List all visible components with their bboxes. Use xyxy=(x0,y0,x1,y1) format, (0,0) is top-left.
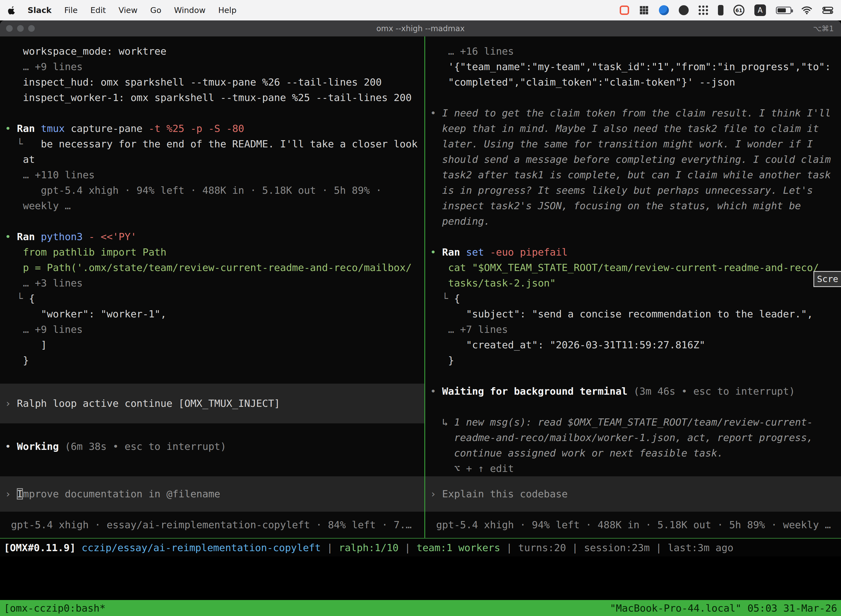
text-segment: └ xyxy=(5,293,29,304)
screenshot-notification-overlay[interactable]: Scre xyxy=(813,271,841,287)
menu-item-window[interactable]: Window xyxy=(174,6,205,15)
text-segment: | xyxy=(650,542,668,553)
launchpad-icon[interactable] xyxy=(699,6,708,15)
menu-item-view[interactable]: View xyxy=(119,6,138,15)
terminal-line: } xyxy=(0,353,424,368)
text-segment: Ran xyxy=(17,123,41,134)
text-segment: cat "$OMX_TEAM_STATE_ROOT/team/review-cu… xyxy=(430,262,819,273)
ran-python-line: • Ran python3 - <<'PY' xyxy=(0,229,424,245)
terminal-blank-line xyxy=(0,106,424,121)
composer-input[interactable]: › Explain this codebase xyxy=(425,476,841,512)
apple-menu-icon[interactable] xyxy=(8,6,16,15)
text-segment: at xyxy=(5,154,35,165)
text-segment: › xyxy=(5,398,17,409)
terminal-line: pending. xyxy=(425,214,841,229)
text-segment: "completed","claim_token":"claim-token"}… xyxy=(430,76,735,88)
text-segment: p = Path('.omx/state/team/review-current… xyxy=(5,262,412,273)
right-terminal-pane[interactable]: … +16 lines '{"team_name":"my-team","tas… xyxy=(425,37,841,538)
terminal-line: workspace_mode: worktree xyxy=(0,44,424,59)
text-segment: [OMX#0.11.9] xyxy=(4,542,82,553)
text-segment: • xyxy=(5,441,17,452)
spacer xyxy=(0,512,424,517)
edit-hint-line: ⌥ + ↑ edit xyxy=(425,461,841,476)
terminal-empty-space xyxy=(0,556,841,600)
terminal-line: "completed","claim_token":"claim-token"}… xyxy=(425,75,841,90)
terminal-line: weekly … xyxy=(0,198,424,214)
omx-status-line: [OMX#0.11.9] cczip/essay/ai-reimplementa… xyxy=(0,539,841,556)
spacer xyxy=(425,512,841,517)
input-source-icon[interactable]: A xyxy=(755,4,766,16)
menu-extra-icon[interactable] xyxy=(718,5,724,15)
menu-item-edit[interactable]: Edit xyxy=(90,6,105,15)
menu-item-file[interactable]: File xyxy=(64,6,78,15)
grid-app-icon[interactable] xyxy=(639,5,649,15)
text-segment: ralph:1/10 xyxy=(339,542,399,553)
menu-bar-status-icons: 61 A xyxy=(620,4,833,16)
text-segment: } xyxy=(430,355,454,366)
text-segment: … +9 lines xyxy=(5,324,83,335)
text-segment: … +110 lines xyxy=(5,169,95,180)
tmux-session-label: [omx-cczip0:bash* xyxy=(4,603,105,614)
text-segment: continue assigned work or next feasible … xyxy=(430,447,723,459)
window-title-bar: omx --xhigh --madmax ⌥⌘1 xyxy=(0,21,841,37)
pane-footer-status: gpt-5.4 xhigh · essay/ai-reimplementatio… xyxy=(0,517,424,532)
text-segment: is in progress? It seems likely but perh… xyxy=(430,185,813,196)
menu-item-help[interactable]: Help xyxy=(218,6,236,15)
terminal-line: from pathlib import Path xyxy=(0,245,424,260)
terminal-line: is in progress? It seems likely but perh… xyxy=(425,183,841,198)
terminal-line: task2 after task1 is complete, but can I… xyxy=(425,167,841,183)
terminal-area: workspace_mode: worktree … +9 lines insp… xyxy=(0,37,841,539)
battery-icon[interactable] xyxy=(776,7,791,14)
text-segment: -t %25 -p -S -80 xyxy=(148,123,244,134)
text-segment: (6m 38s • esc to interrupt) xyxy=(65,441,226,452)
terminal-line: } xyxy=(425,353,841,368)
text-segment: • xyxy=(430,107,442,119)
screen-recording-indicator-icon[interactable] xyxy=(620,6,629,15)
terminal-line: "subject": "send a concise recommendatio… xyxy=(425,307,841,322)
window-title: omx --xhigh --madmax xyxy=(0,24,841,33)
terminal-line: … +3 lines xyxy=(0,276,424,291)
wifi-icon[interactable] xyxy=(801,6,812,14)
text-segment: Waiting for background terminal xyxy=(442,386,633,397)
text-segment: tasks/task-2.json" xyxy=(430,277,556,289)
menu-item-go[interactable]: Go xyxy=(150,6,161,15)
tmux-host-clock-label: "MacBook-Pro-44.local" 05:03 31-Mar-26 xyxy=(610,603,837,614)
text-segment: python3 xyxy=(41,231,83,242)
text-segment xyxy=(83,231,89,242)
terminal-line: … +110 lines xyxy=(0,167,424,183)
percentage-badge-icon[interactable]: 61 xyxy=(733,5,744,16)
text-segment: turns:20 xyxy=(518,542,566,553)
text-segment: • xyxy=(5,231,17,242)
text-segment: inspect_hud: omx sparkshell --tmux-pane … xyxy=(5,76,382,88)
terminal-line: readme-and-reco/mailbox/worker-1.json, a… xyxy=(425,430,841,446)
text-segment: Ran xyxy=(17,231,41,242)
control-center-icon[interactable] xyxy=(822,6,833,14)
circle-app-icon[interactable] xyxy=(679,5,689,15)
terminal-line: … +16 lines xyxy=(425,44,841,59)
text-segment: › xyxy=(5,488,17,500)
text-segment: Explain this codebase xyxy=(442,488,568,500)
terminal-blank-line xyxy=(0,423,424,439)
terminal-line: "created_at": "2026-03-31T11:59:27.816Z" xyxy=(425,337,841,353)
left-terminal-pane[interactable]: workspace_mode: worktree … +9 lines insp… xyxy=(0,37,424,538)
text-segment: - <<'PY' xyxy=(89,231,136,242)
text-segment: '{"team_name":"my-team","task_id":"1","f… xyxy=(430,61,831,72)
text-segment: "created_at": "2026-03-31T11:59:27.816Z" xyxy=(430,339,705,351)
tmux-status-bar[interactable]: [omx-cczip0:bash* "MacBook-Pro-44.local"… xyxy=(0,600,841,616)
text-segment: (3m 46s • esc to interrupt) xyxy=(633,386,795,397)
menu-item-slack[interactable]: Slack xyxy=(28,6,51,15)
text-segment: Ralph loop active continue [OMX_TMUX_INJ… xyxy=(17,398,280,409)
terminal-line: … +7 lines xyxy=(425,322,841,337)
ran-tmux-capture-line: • Ran tmux capture-pane -t %25 -p -S -80 xyxy=(0,121,424,136)
composer-input[interactable]: › Improve documentation in @filename xyxy=(0,476,424,512)
browser-app-icon[interactable] xyxy=(659,5,669,15)
text-segment: from pathlib import Path xyxy=(5,246,166,258)
ralph-loop-banner[interactable]: › Ralph loop active continue [OMX_TMUX_I… xyxy=(0,384,424,423)
text-segment xyxy=(484,246,490,258)
text-segment: -euo pipefail xyxy=(490,246,568,258)
terminal-line: cat "$OMX_TEAM_STATE_ROOT/team/review-cu… xyxy=(425,260,841,276)
text-segment: └ xyxy=(430,293,454,304)
text-segment: | xyxy=(500,542,518,553)
terminal-line: "worker": "worker-1", xyxy=(0,307,424,322)
text-segment: weekly … xyxy=(5,200,70,211)
